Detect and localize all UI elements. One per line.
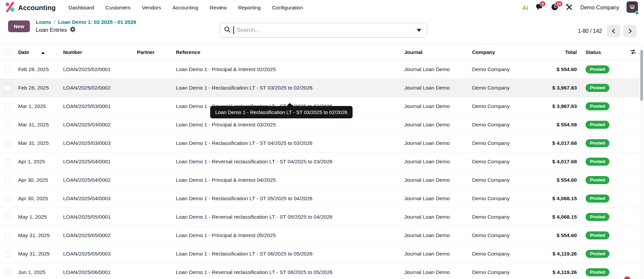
cell-partner	[134, 226, 173, 245]
cell-date: May 1, 2025	[15, 208, 60, 226]
select-all-checkbox[interactable]	[5, 50, 11, 55]
ai-icon[interactable]: AI	[522, 4, 528, 11]
pager-previous-button[interactable]	[607, 25, 620, 37]
breadcrumb-separator: /	[54, 19, 55, 25]
column-header-journal[interactable]: Journal	[402, 44, 469, 60]
page-title: Loan Entries	[36, 27, 67, 33]
cell-total: $ 4,017.68	[546, 134, 580, 153]
row-checkbox[interactable]	[5, 233, 11, 238]
column-header-company[interactable]: Company	[469, 44, 546, 60]
cell-date: Apr 30, 2025	[15, 189, 60, 208]
cell-company: Demo Company	[469, 97, 546, 116]
row-checkbox[interactable]	[5, 67, 11, 72]
search-bar	[220, 23, 427, 38]
status-badge: Posted	[586, 268, 609, 276]
column-header-status[interactable]: Status	[580, 44, 622, 60]
cell-partner	[134, 116, 173, 134]
menu-item-customers[interactable]: Customers	[105, 5, 131, 11]
messages-button[interactable]: 9	[536, 3, 544, 12]
accounting-app-icon	[5, 2, 15, 14]
activities-button[interactable]: 24	[551, 3, 558, 12]
cell-journal: Journal Loan Demo	[402, 79, 469, 97]
cell-number: LOAN/2025/05/0001	[60, 208, 134, 226]
menu-item-reporting[interactable]: Reporting	[238, 5, 261, 11]
status-badge: Posted	[586, 250, 609, 258]
column-header-reference[interactable]: Reference	[173, 44, 402, 60]
cell-reference: Loan Demo 1 - Reclassification LT - ST 0…	[173, 245, 402, 263]
cell-company: Demo Company	[469, 60, 546, 79]
column-header-date[interactable]: Date	[15, 44, 60, 60]
menu-item-accounting[interactable]: Accounting	[173, 5, 198, 11]
user-menu[interactable]	[627, 1, 638, 14]
cell-total: $ 554.60	[546, 60, 580, 79]
new-button[interactable]: New	[8, 20, 30, 32]
row-checkbox[interactable]	[5, 196, 11, 202]
row-checkbox[interactable]	[5, 270, 11, 275]
table-row[interactable]: Jun 1, 2025LOAN/2025/06/0001Loan Demo 1 …	[0, 263, 644, 279]
cell-number: LOAN/2025/03/0001	[60, 97, 134, 116]
cell-total: $ 4,119.26	[546, 263, 580, 279]
row-checkbox[interactable]	[5, 85, 11, 91]
cell-journal: Journal Loan Demo	[402, 134, 469, 153]
menu-item-vendors[interactable]: Vendors	[142, 5, 161, 11]
vertical-scrollbar[interactable]	[639, 44, 644, 279]
navbar-systray: AI 9 24	[522, 1, 638, 14]
status-badge: Posted	[586, 121, 609, 129]
table-row[interactable]: Apr 1, 2025LOAN/2025/04/0001Loan Demo 1 …	[0, 153, 644, 171]
cell-company: Demo Company	[469, 153, 546, 171]
breadcrumb-loans-link[interactable]: Loans	[36, 19, 51, 25]
debug-tools-button[interactable]	[566, 4, 573, 12]
column-header-number[interactable]: Number	[60, 44, 134, 60]
table-row[interactable]: May 31, 2025LOAN/2025/05/0003Loan Demo 1…	[0, 245, 644, 263]
tools-icon	[566, 4, 573, 12]
table-row[interactable]: May 1, 2025LOAN/2025/05/0001Loan Demo 1 …	[0, 208, 644, 226]
row-checkbox[interactable]	[5, 251, 11, 257]
table-row[interactable]: May 31, 2025LOAN/2025/05/0002Loan Demo 1…	[0, 226, 644, 245]
cell-number: LOAN/2025/03/0003	[60, 134, 134, 153]
company-selector[interactable]: Demo Company	[580, 5, 619, 11]
text-cursor	[233, 26, 234, 34]
search-input[interactable]	[237, 27, 407, 34]
menu-item-configuration[interactable]: Configuration	[272, 5, 303, 11]
column-header-total[interactable]: Total	[546, 44, 580, 60]
online-status-dot	[635, 11, 639, 15]
tooltip-arrow	[287, 103, 293, 106]
pager-next-button[interactable]	[623, 25, 637, 37]
menu-item-dashboard[interactable]: Dashboard	[68, 5, 94, 11]
app-switcher[interactable]: Accounting	[5, 2, 56, 14]
table-header-row: Date Number Partner Reference Journal Co…	[0, 44, 644, 60]
menu-item-review[interactable]: Review	[210, 5, 227, 11]
table-row[interactable]: Apr 30, 2025LOAN/2025/04/0002Loan Demo 1…	[0, 171, 644, 189]
cell-journal: Journal Loan Demo	[402, 263, 469, 279]
row-checkbox[interactable]	[5, 141, 11, 146]
search-filters-toggle[interactable]	[411, 23, 427, 37]
cell-reference: Loan Demo 1 - Principal & Interest 02/20…	[173, 60, 402, 79]
cell-company: Demo Company	[469, 245, 546, 263]
status-badge: Posted	[586, 139, 609, 147]
table-row[interactable]: Feb 28, 2025LOAN/2025/02/0001Loan Demo 1…	[0, 60, 644, 79]
cell-company: Demo Company	[469, 263, 546, 279]
row-checkbox[interactable]	[5, 104, 11, 109]
row-checkbox[interactable]	[5, 122, 11, 128]
row-checkbox[interactable]	[5, 214, 11, 220]
column-header-partner[interactable]: Partner	[134, 44, 173, 60]
cell-total: $ 4,119.26	[546, 245, 580, 263]
cell-number: LOAN/2025/05/0003	[60, 245, 134, 263]
table-row[interactable]: Mar 31, 2025LOAN/2025/03/0003Loan Demo 1…	[0, 134, 644, 153]
cell-company: Demo Company	[469, 226, 546, 245]
table-row[interactable]: Apr 30, 2025LOAN/2025/04/0003Loan Demo 1…	[0, 189, 644, 208]
messages-count-badge: 9	[540, 1, 546, 7]
cell-journal: Journal Loan Demo	[402, 226, 469, 245]
view-settings-gear-icon[interactable]	[70, 26, 76, 34]
table-row[interactable]: Feb 28, 2025LOAN/2025/02/0002Loan Demo 1…	[0, 79, 644, 97]
cell-partner	[134, 153, 173, 171]
cell-partner	[134, 189, 173, 208]
row-checkbox[interactable]	[5, 159, 11, 165]
cell-partner	[134, 60, 173, 79]
scrollbar-thumb[interactable]	[640, 50, 643, 101]
cell-reference: Loan Demo 1 - Principal & Interest 04/20…	[173, 171, 402, 189]
table-body: Feb 28, 2025LOAN/2025/02/0001Loan Demo 1…	[0, 60, 644, 279]
breadcrumb-loan-demo-link[interactable]: Loan Demo 1: 02 2025 - 01 2029	[58, 19, 136, 25]
row-checkbox[interactable]	[5, 177, 11, 183]
cell-number: LOAN/2025/04/0001	[60, 153, 134, 171]
